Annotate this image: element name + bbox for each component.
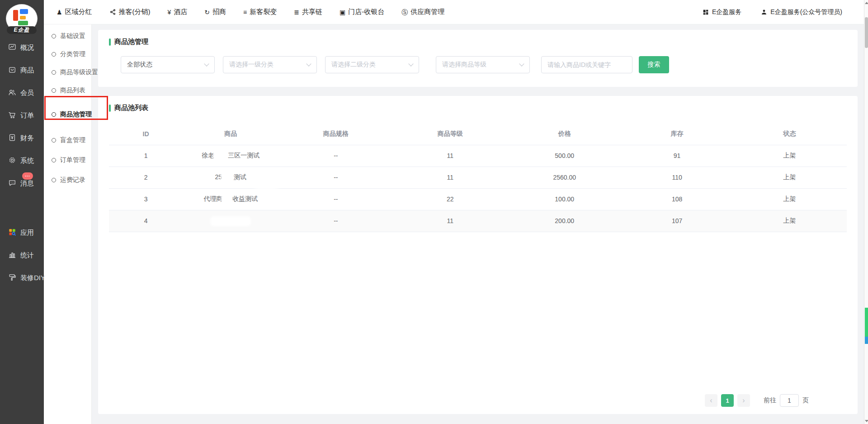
cell-price: 200.00 [507,210,622,232]
product-name-text: 25 [215,173,222,181]
circle-icon [52,138,56,143]
filter-card-title: 商品池管理 [114,38,148,46]
status-select-value: 全部状态 [127,61,152,69]
product-name-text: 测试 [234,173,246,181]
logo-blue-block-icon [20,9,28,14]
scrollbar-down-arrow-icon[interactable] [865,420,868,422]
submenu-item-运费记录[interactable]: 运费记录 [44,170,91,190]
sidebar-item-orders[interactable]: 订单 [0,104,44,127]
topnav-item-7[interactable]: ▣门店-收银台 [340,8,384,16]
topnav-item-1[interactable]: ♟区域分红 [57,8,92,16]
sidebar-item-label: 财务 [20,134,34,143]
product-name-text: 代理商 [203,195,222,202]
account-menu[interactable]: E企盈服务(公众号管理员) [760,8,842,16]
submenu-item-商品列表[interactable]: 商品列表 [44,81,91,100]
filter-row: 全部状态 请选择一级分类 请选择二级分类 请选择商品等级 搜索 [109,56,847,73]
submenu-item-label: 商品等级设置 [60,68,98,76]
scrollbar-thumb[interactable] [865,17,868,48]
topnav-item-8[interactable]: Ⓢ供应商管理 [401,8,444,16]
topnav-item-5[interactable]: ≡新客裂变 [243,8,277,16]
cell-status: 上架 [732,167,847,188]
category2-placeholder: 请选择二级分类 [331,61,376,69]
circle-icon [52,178,56,182]
submenu-item-商品池管理[interactable]: 商品池管理 [44,102,91,127]
goods-level-placeholder: 请选择商品等级 [442,61,486,69]
investment-icon: ↻ [204,9,210,15]
service-menu[interactable]: E企盈服务 [702,8,741,16]
keyword-input[interactable] [541,56,632,73]
goods-pool-table: ID商品商品规格商品等级价格库存状态 1徐老三区一测试--11500.0091上… [109,123,847,232]
sidebar-item-stats[interactable]: 统计 [0,244,44,267]
submenu-item-盲盒管理[interactable]: 盲盒管理 [44,130,91,150]
page-1-button[interactable]: 1 [721,394,734,407]
cell-product: 代理商收益测试 [183,188,278,210]
grid-icon [702,9,709,16]
sidebar-item-goods[interactable]: 商品 [0,59,44,81]
app-logo[interactable]: E企盈 [6,4,38,33]
column-header-商品等级: 商品等级 [393,123,507,145]
sidebar-item-members[interactable]: 会员 [0,81,44,104]
topnav-item-4[interactable]: ↻招商 [204,8,226,16]
category2-select[interactable]: 请选择二级分类 [325,56,419,73]
category1-select[interactable]: 请选择一级分类 [223,56,317,73]
sidebar-item-system[interactable]: 系统 [0,149,44,172]
sidebar-item-diy[interactable]: 装修DIY [0,267,44,289]
circle-icon [52,158,56,162]
chevron-down-icon [306,61,311,66]
cell-spec: -- [278,167,393,188]
cell-status: 上架 [732,145,847,167]
prev-page-button[interactable]: ‹ [705,394,717,407]
product-name-text: 收益测试 [232,195,258,202]
finance-icon [8,133,17,143]
cell-spec: -- [278,188,393,210]
cell-id: 4 [109,210,183,232]
scrollbar-blue-marker [865,337,868,344]
topnav-item-2[interactable]: 推客(分销) [109,8,151,16]
share-icon [109,9,116,15]
system-icon [8,156,17,166]
topnav-item-3[interactable]: ¥酒店 [168,8,188,16]
message-badge: ... [22,172,33,180]
goto-page-input[interactable] [780,394,799,407]
submenu-item-订单管理[interactable]: 订单管理 [44,150,91,170]
search-button[interactable]: 搜索 [639,56,669,73]
sidebar-item-apps[interactable]: 应用 [0,221,44,244]
submenu-item-label: 订单管理 [60,156,85,164]
topbar-right-label: E企盈服务 [712,8,741,16]
sidebar-item-messages[interactable]: 消息... [0,172,44,195]
pagination: ‹ 1 › 前往 页 [705,394,809,407]
cell-product: 25测试 [183,167,278,188]
table-body: 1徐老三区一测试--11500.0091上架225测试--112560.0011… [109,145,847,232]
topnav-item-6[interactable]: ≣共享链 [294,8,322,16]
submenu-item-label: 运费记录 [60,176,85,184]
sidebar-item-finance[interactable]: 财务 [0,127,44,149]
sidebar-item-overview[interactable]: 概况 [0,36,44,59]
goto-label: 前往 [764,396,776,405]
cell-status: 上架 [732,188,847,210]
topnav-item-label: 新客裂变 [250,8,277,16]
table-card: 商品池列表 ID商品商品规格商品等级价格库存状态 1徐老三区一测试--11500… [98,96,858,414]
apps-icon [8,228,17,238]
next-page-button[interactable]: › [737,394,750,407]
status-select[interactable]: 全部状态 [121,56,215,73]
topbar-right-label: E企盈服务(公众号管理员) [770,8,842,16]
scrollbar-up-arrow-icon[interactable] [865,2,868,4]
submenu-item-label: 基础设置 [60,32,85,40]
cell-product [183,210,278,232]
column-header-商品: 商品 [183,123,278,145]
category1-placeholder: 请选择一级分类 [229,61,274,69]
logo-text: E企盈 [7,26,37,34]
submenu-item-商品等级设置[interactable]: 商品等级设置 [44,63,91,81]
filter-card: 商品池管理 全部状态 请选择一级分类 请选择二级分类 请选择商品等级 搜索 [98,30,858,87]
circle-icon [52,112,56,117]
cell-spec: -- [278,210,393,232]
supplier-icon: Ⓢ [401,9,408,15]
sidebar-item-label: 系统 [20,157,34,165]
goods-level-select[interactable]: 请选择商品等级 [436,56,530,73]
dividend-icon: ♟ [57,9,62,15]
submenu-item-基础设置[interactable]: 基础设置 [44,27,91,45]
page-unit-label: 页 [802,396,809,405]
column-header-状态: 状态 [732,123,847,145]
green-bar-icon [109,105,111,112]
submenu-item-分类管理[interactable]: 分类管理 [44,45,91,63]
